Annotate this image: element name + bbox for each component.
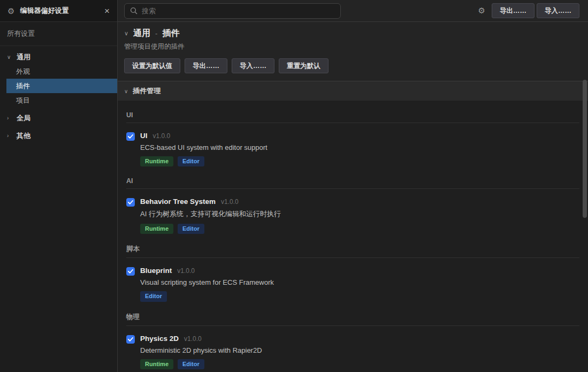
plugin-category: UI UI v1.0.0 ECS-based UI system with ed… bbox=[126, 111, 579, 166]
sidebar-item-appearance[interactable]: 外观 bbox=[6, 64, 117, 79]
chevron-right-icon[interactable]: › bbox=[7, 133, 12, 139]
sidebar-item-other[interactable]: › 其他 bbox=[0, 128, 117, 143]
runtime-badge: Runtime bbox=[140, 224, 173, 234]
chevron-down-icon: ∨ bbox=[124, 88, 128, 94]
check-icon bbox=[128, 200, 133, 204]
search-input[interactable] bbox=[142, 7, 335, 15]
plugin-list: UI UI v1.0.0 ECS-based UI system with ed… bbox=[118, 101, 588, 372]
plugin-description: AI 行为树系统，支持可视化编辑和运行时执行 bbox=[140, 209, 281, 219]
check-icon bbox=[128, 337, 133, 341]
plugin-description: Deterministic 2D physics with Rapier2D bbox=[140, 346, 262, 354]
plugin-row: Blueprint v1.0.0 Visual scripting system… bbox=[126, 267, 579, 301]
plugin-category: AI Behavior Tree System v1.0.0 AI 行为树系统，… bbox=[126, 177, 579, 234]
reset-default-button[interactable]: 重置为默认 bbox=[279, 58, 329, 73]
set-default-button[interactable]: 设置为默认值 bbox=[124, 58, 180, 73]
gear-icon: ⚙ bbox=[7, 7, 14, 15]
import-settings-button[interactable]: 导入…… bbox=[232, 58, 274, 73]
plugin-name: Behavior Tree System bbox=[140, 198, 216, 206]
plugin-row: Physics 2D v1.0.0 Deterministic 2D physi… bbox=[126, 335, 579, 369]
page-header: ∨ 通用 - 插件 管理项目使用的插件 设置为默认值 导出…… 导入…… 重置为… bbox=[118, 22, 588, 81]
category-label: 物理 bbox=[126, 313, 579, 326]
plugin-version: v1.0.0 bbox=[221, 198, 239, 206]
editor-badge: Editor bbox=[178, 359, 204, 369]
plugin-row: UI v1.0.0 ECS-based UI system with edito… bbox=[126, 132, 579, 166]
plugin-name: UI bbox=[140, 132, 148, 140]
export-button[interactable]: 导出…… bbox=[492, 3, 534, 18]
plugin-category: 物理 Physics 2D v1.0.0 Deterministic 2D ph… bbox=[126, 313, 579, 369]
plugin-description: Visual scripting system for ECS Framewor… bbox=[140, 278, 274, 286]
breadcrumb: ∨ 通用 - 插件 bbox=[124, 28, 582, 39]
sidebar-item-project[interactable]: 项目 bbox=[6, 93, 117, 108]
plugin-checkbox[interactable] bbox=[126, 335, 135, 344]
preferences-window: ⚙ 编辑器偏好设置 × 所有设置 ∨ 通用 外观 插件 项目 › 全局 bbox=[0, 0, 588, 372]
main-panel: ⚙ 导出…… 导入…… ∨ 通用 - 插件 管理项目使用的插件 设置为默认值 导… bbox=[118, 0, 588, 372]
plugin-row: Behavior Tree System v1.0.0 AI 行为树系统，支持可… bbox=[126, 198, 579, 234]
category-label: AI bbox=[126, 177, 579, 189]
sidebar-item-general[interactable]: ∨ 通用 bbox=[0, 50, 117, 64]
settings-gear-icon[interactable]: ⚙ bbox=[478, 6, 485, 16]
category-label: 脚本 bbox=[126, 245, 579, 258]
sidebar-header: ⚙ 编辑器偏好设置 × bbox=[0, 0, 117, 22]
editor-badge: Editor bbox=[178, 156, 204, 166]
check-icon bbox=[128, 134, 133, 139]
section-title: 插件管理 bbox=[133, 86, 161, 96]
breadcrumb-separator: - bbox=[155, 29, 157, 37]
search-icon bbox=[130, 7, 138, 14]
all-settings-label: 所有设置 bbox=[0, 22, 117, 46]
close-icon[interactable]: × bbox=[104, 6, 110, 16]
plugin-checkbox[interactable] bbox=[126, 132, 135, 141]
plugin-version: v1.0.0 bbox=[177, 267, 195, 275]
sidebar-item-plugins[interactable]: 插件 bbox=[6, 79, 117, 93]
scrollbar-thumb[interactable] bbox=[583, 80, 587, 218]
page-description: 管理项目使用的插件 bbox=[124, 42, 582, 51]
plugin-description: ECS-based UI system with editor support bbox=[140, 143, 268, 151]
chevron-right-icon[interactable]: › bbox=[7, 115, 12, 121]
plugin-name: Blueprint bbox=[140, 267, 172, 275]
window-title: 编辑器偏好设置 bbox=[20, 6, 99, 16]
plugin-version: v1.0.0 bbox=[184, 335, 202, 343]
runtime-badge: Runtime bbox=[140, 359, 173, 369]
breadcrumb-current: 插件 bbox=[162, 28, 179, 39]
sidebar-item-label: 其他 bbox=[17, 131, 30, 141]
sidebar-item-global[interactable]: › 全局 bbox=[0, 111, 117, 125]
plugin-checkbox[interactable] bbox=[126, 267, 135, 276]
plugin-checkbox[interactable] bbox=[126, 198, 135, 207]
topbar: ⚙ 导出…… 导入…… bbox=[118, 0, 588, 22]
plugin-category: 脚本 Blueprint v1.0.0 Visual scripting sys… bbox=[126, 245, 579, 301]
plugin-management-section[interactable]: ∨ 插件管理 bbox=[118, 81, 588, 101]
check-icon bbox=[128, 269, 133, 274]
sidebar: ⚙ 编辑器偏好设置 × 所有设置 ∨ 通用 外观 插件 项目 › 全局 bbox=[0, 0, 118, 372]
plugin-name: Physics 2D bbox=[140, 335, 179, 343]
chevron-down-icon[interactable]: ∨ bbox=[124, 30, 128, 37]
runtime-badge: Runtime bbox=[140, 156, 173, 166]
editor-badge: Editor bbox=[178, 224, 204, 234]
chevron-down-icon[interactable]: ∨ bbox=[7, 54, 12, 60]
export-settings-button[interactable]: 导出…… bbox=[185, 58, 227, 73]
editor-badge: Editor bbox=[140, 291, 167, 301]
plugin-version: v1.0.0 bbox=[153, 132, 171, 140]
category-label: UI bbox=[126, 111, 579, 123]
header-buttons: 设置为默认值 导出…… 导入…… 重置为默认 bbox=[124, 58, 582, 73]
breadcrumb-parent: 通用 bbox=[133, 28, 150, 39]
sidebar-item-label: 通用 bbox=[17, 52, 30, 62]
search-box[interactable] bbox=[124, 3, 341, 19]
settings-tree: ∨ 通用 外观 插件 项目 › 全局 › 其他 bbox=[0, 46, 117, 143]
sidebar-item-label: 全局 bbox=[17, 113, 30, 123]
import-button[interactable]: 导入…… bbox=[537, 3, 579, 18]
